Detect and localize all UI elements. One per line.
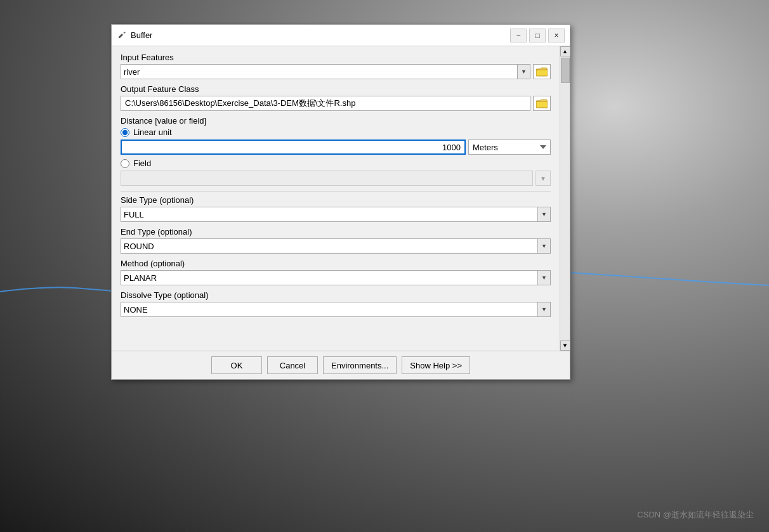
buffer-dialog: Buffer − □ × Input Features ▼ — [111, 24, 570, 380]
ok-button[interactable]: OK — [211, 356, 262, 374]
method-arrow: ▼ — [537, 271, 550, 285]
environments-button[interactable]: Environments... — [323, 356, 397, 374]
side-type-select[interactable]: FULL LEFT RIGHT OUTSIDE_ONLY — [121, 207, 537, 221]
watermark: CSDN @逝水如流年轻往返染尘 — [637, 509, 754, 521]
linear-unit-radio[interactable] — [121, 128, 129, 137]
end-type-arrow: ▼ — [537, 239, 550, 253]
field-dropdown-row: ▼ — [121, 171, 551, 186]
output-feature-class-label: Output Feature Class — [121, 84, 551, 94]
dissolve-type-label: Dissolve Type (optional) — [121, 290, 551, 300]
side-type-arrow: ▼ — [537, 207, 550, 221]
dialog-title: Buffer — [131, 30, 510, 40]
divider-1 — [121, 191, 551, 191]
dialog-content: Input Features ▼ — [112, 46, 560, 351]
distance-label: Distance [value or field] — [121, 116, 551, 126]
distance-value-input[interactable] — [121, 139, 466, 155]
side-type-group: Side Type (optional) FULL LEFT RIGHT OUT… — [121, 195, 551, 222]
scroll-up-button[interactable]: ▲ — [560, 46, 570, 56]
window-controls: − □ × — [510, 29, 565, 42]
field-radio-row: Field — [121, 159, 551, 168]
dissolve-type-select[interactable]: NONE ALL LIST — [121, 302, 537, 316]
minimize-button[interactable]: − — [510, 29, 527, 42]
end-type-label: End Type (optional) — [121, 227, 551, 237]
input-features-browse-button[interactable] — [533, 64, 551, 79]
folder-icon-output — [536, 98, 548, 108]
end-type-select[interactable]: ROUND FLAT — [121, 239, 537, 253]
method-group: Method (optional) PLANAR GEODESIC ▼ — [121, 259, 551, 285]
input-features-input[interactable] — [121, 65, 517, 79]
output-browse-button[interactable] — [533, 96, 551, 111]
output-feature-class-group: Output Feature Class — [121, 84, 551, 111]
dissolve-type-arrow: ▼ — [537, 302, 550, 316]
dissolve-type-group: Dissolve Type (optional) NONE ALL LIST ▼ — [121, 290, 551, 317]
show-help-button[interactable]: Show Help >> — [402, 356, 470, 374]
value-unit-row: Meters Kilometers Feet Miles — [121, 139, 551, 155]
method-label: Method (optional) — [121, 259, 551, 268]
field-radio[interactable] — [121, 159, 129, 168]
scrollbar-thumb[interactable] — [561, 58, 570, 83]
tool-icon — [117, 30, 127, 41]
maximize-button[interactable]: □ — [529, 29, 546, 42]
method-select[interactable]: PLANAR GEODESIC — [121, 271, 537, 285]
titlebar: Buffer − □ × — [112, 25, 570, 46]
input-features-group: Input Features ▼ — [121, 53, 551, 79]
svg-rect-2 — [537, 70, 547, 75]
cancel-button[interactable]: Cancel — [267, 356, 318, 374]
output-feature-class-row — [121, 96, 551, 111]
side-type-label: Side Type (optional) — [121, 195, 551, 205]
unit-select[interactable]: Meters Kilometers Feet Miles — [468, 139, 551, 155]
svg-point-0 — [124, 32, 125, 33]
scroll-down-button[interactable]: ▼ — [560, 341, 570, 351]
linear-unit-label: Linear unit — [133, 127, 172, 137]
dialog-body: Input Features ▼ — [112, 46, 570, 351]
folder-icon — [536, 67, 548, 77]
scrollbar-track[interactable] — [560, 56, 570, 341]
dialog-footer: OK Cancel Environments... Show Help >> — [112, 351, 570, 379]
linear-unit-radio-row: Linear unit — [121, 127, 551, 137]
distance-section: Distance [value or field] Linear unit Me… — [121, 116, 551, 186]
output-feature-class-input[interactable] — [121, 96, 530, 111]
end-type-group: End Type (optional) ROUND FLAT ▼ — [121, 227, 551, 254]
input-features-row: ▼ — [121, 64, 551, 79]
scrollbar: ▲ ▼ — [560, 46, 570, 351]
input-features-dropdown-arrow[interactable]: ▼ — [517, 65, 530, 79]
field-label: Field — [133, 159, 151, 168]
input-features-label: Input Features — [121, 53, 551, 62]
field-dropdown-input — [121, 171, 533, 186]
close-button[interactable]: × — [548, 29, 565, 42]
field-dropdown-arrow: ▼ — [536, 171, 551, 186]
svg-rect-4 — [537, 102, 547, 107]
